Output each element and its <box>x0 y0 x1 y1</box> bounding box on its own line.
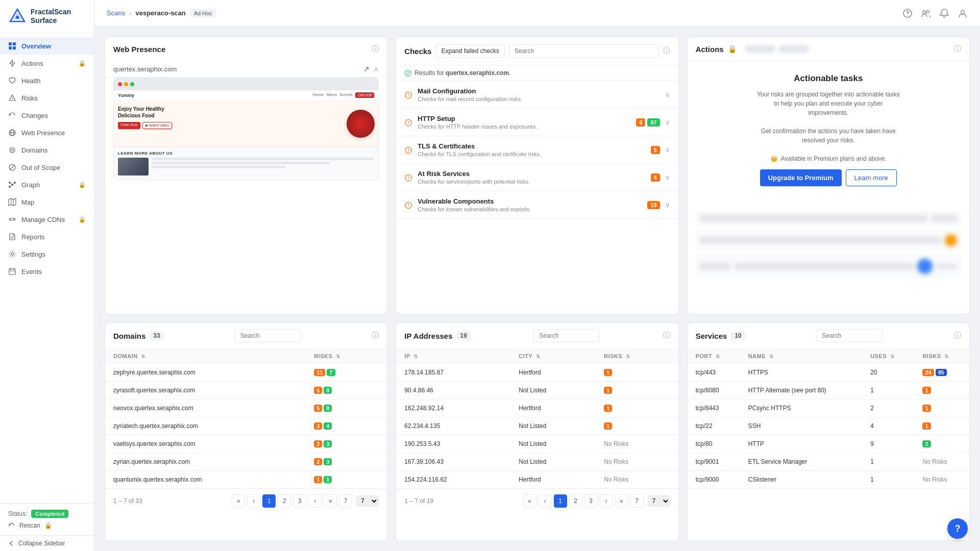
ip-page-prev[interactable]: ‹ <box>538 494 552 508</box>
port-cell[interactable]: tcp/22 <box>688 417 740 435</box>
port-cell[interactable]: tcp/80 <box>688 435 740 453</box>
domains-page-3[interactable]: 3 <box>293 494 306 508</box>
services-col-uses[interactable]: USES ⇅ <box>862 349 914 364</box>
domain-external-link-icon[interactable]: ↗ <box>363 65 370 73</box>
domains-page-next[interactable]: › <box>308 494 322 508</box>
upgrade-premium-button[interactable]: Upgrade to Premium <box>760 169 842 186</box>
ip-col-city[interactable]: CITY ⇅ <box>510 349 596 364</box>
domains-page-2[interactable]: 2 <box>278 494 291 508</box>
sidebar-item-events[interactable]: Events <box>0 263 94 280</box>
sidebar-item-manage-cdns[interactable]: Manage CDNs 🔒 <box>0 211 94 228</box>
ip-info-icon[interactable]: ⓘ <box>663 331 670 340</box>
main-area: Scans › vesperaco-scan Ad Hoc Web Presen… <box>94 0 980 551</box>
uses-cell: 1 <box>862 382 914 399</box>
domain-cell[interactable]: quantumix.quertex.seraphix.com <box>105 471 306 489</box>
ip-search-input[interactable] <box>533 329 600 342</box>
notifications-icon[interactable] <box>939 8 949 18</box>
ip-page-last-num[interactable]: 7 <box>630 494 644 508</box>
ip-page-next[interactable]: › <box>600 494 613 508</box>
checks-info-icon[interactable]: ⓘ <box>663 46 670 56</box>
domains-page-1[interactable]: 1 <box>262 494 276 508</box>
status-label: Status: <box>8 510 27 517</box>
port-cell[interactable]: tcp/8443 <box>688 399 740 417</box>
domains-search-input[interactable] <box>235 329 301 342</box>
learn-more-button[interactable]: Learn more <box>846 169 897 186</box>
blurred-text <box>700 263 730 270</box>
sidebar-item-map[interactable]: Map <box>0 193 94 211</box>
account-icon[interactable] <box>958 8 968 18</box>
check-row-services[interactable]: At Risk Services Checks for services/por… <box>396 164 678 191</box>
ip-page-last[interactable]: » <box>615 494 628 508</box>
ip-cell[interactable]: 62.234.4.135 <box>396 417 510 435</box>
ip-cell[interactable]: 167.39.106.43 <box>396 453 510 471</box>
domains-page-select[interactable]: 7 14 25 <box>356 495 379 507</box>
check-row-mail[interactable]: Mail Configuration Checks for mail recor… <box>396 81 678 109</box>
logo: FractalScan Surface <box>0 0 94 33</box>
ip-cell[interactable]: 90.4.86.46 <box>396 382 510 399</box>
services-col-name[interactable]: NAME ⇅ <box>740 349 863 364</box>
port-cell[interactable]: tcp/9001 <box>688 453 740 471</box>
services-search-input[interactable] <box>816 329 883 342</box>
ip-page-3[interactable]: 3 <box>584 494 598 508</box>
actions-info-icon[interactable]: ⓘ <box>954 44 961 54</box>
sidebar-item-overview[interactable]: Overview <box>0 37 94 55</box>
help-icon[interactable] <box>902 8 913 18</box>
sidebar-item-health[interactable]: Health <box>0 72 94 89</box>
domain-cell[interactable]: zyrian.quertex.seraphix.com <box>105 453 306 471</box>
sidebar-item-settings[interactable]: Settings <box>0 245 94 263</box>
domain-cell[interactable]: zyrasoft.quertex.seraphix.com <box>105 382 306 399</box>
domains-col-domain[interactable]: DOMAIN ⇅ <box>105 349 306 364</box>
sidebar-item-changes[interactable]: Changes <box>0 107 94 124</box>
sidebar-item-graph[interactable]: Graph 🔒 <box>0 176 94 193</box>
ip-col-ip[interactable]: IP ⇅ <box>396 349 510 364</box>
check-row-tls[interactable]: TLS & Certificates Checks for TLS config… <box>396 136 678 164</box>
port-cell[interactable]: tcp/8080 <box>688 382 740 399</box>
services-col-risks[interactable]: RISKS ⇅ <box>914 349 969 364</box>
domains-info-icon[interactable]: ⓘ <box>372 331 379 340</box>
check-row-http[interactable]: HTTP Setup Checks for HTTP header issues… <box>396 109 678 136</box>
domain-chevron-icon[interactable]: ∧ <box>374 65 379 73</box>
sidebar-item-risks[interactable]: Risks <box>0 89 94 107</box>
sidebar-item-out-of-scope[interactable]: Out of Scope <box>0 159 94 176</box>
domain-cell[interactable]: zyriatech.quertex.seraphix.com <box>105 417 306 435</box>
rescan-row[interactable]: Rescan 🔒 <box>8 522 86 529</box>
check-row-vulncomp[interactable]: Vulnerable Components Checks for known v… <box>396 191 678 219</box>
ip-cell[interactable]: 190.253.5.43 <box>396 435 510 453</box>
domain-cell[interactable]: zephyre.quertex.seraphix.com <box>105 364 306 382</box>
domain-cell[interactable]: vaelisys.quertex.seraphix.com <box>105 435 306 453</box>
ip-page-2[interactable]: 2 <box>569 494 582 508</box>
ip-cell[interactable]: 162.248.92.14 <box>396 399 510 417</box>
domains-col-risks[interactable]: RISKS ⇅ <box>306 349 387 364</box>
checks-search-input[interactable] <box>509 44 659 58</box>
sidebar-item-actions[interactable]: Actions 🔒 <box>0 55 94 72</box>
ip-page-1[interactable]: 1 <box>554 494 567 508</box>
ip-page-first[interactable]: « <box>523 494 536 508</box>
port-cell[interactable]: tcp/443 <box>688 364 740 382</box>
services-info-icon[interactable]: ⓘ <box>954 331 961 340</box>
scans-link[interactable]: Scans <box>107 9 125 17</box>
sidebar-item-web-presence[interactable]: Web Presence <box>0 124 94 141</box>
badge-green-97: 97 <box>647 118 659 127</box>
sidebar-item-label: Risks <box>21 94 38 102</box>
services-col-port[interactable]: PORT ⇅ <box>688 349 740 364</box>
sidebar-item-reports[interactable]: Reports <box>0 228 94 245</box>
domains-page-last[interactable]: » <box>324 494 337 508</box>
no-risks-label: No Risks <box>922 458 947 465</box>
web-presence-info-icon[interactable]: ⓘ <box>372 44 379 54</box>
ip-col-risks[interactable]: RISKS ⇅ <box>596 349 678 364</box>
domains-page-first[interactable]: « <box>232 494 245 508</box>
app-name-label: FractalScan Surface <box>31 8 71 25</box>
sidebar-item-domains[interactable]: Domains <box>0 141 94 159</box>
ip-page-select[interactable]: 7 14 25 <box>648 495 670 507</box>
expand-failed-checks-button[interactable]: Expand failed checks <box>436 44 505 58</box>
domain-cell[interactable]: neovox.quertex.seraphix.com <box>105 399 306 417</box>
help-fab-button[interactable]: ? <box>947 518 968 539</box>
collapse-sidebar-button[interactable]: Collapse Sidebar <box>0 535 94 551</box>
ip-cell[interactable]: 154.224.116.62 <box>396 471 510 489</box>
domains-page-last-num[interactable]: 7 <box>339 494 352 508</box>
domains-page-prev[interactable]: ‹ <box>247 494 260 508</box>
ip-cell[interactable]: 178.14.185.87 <box>396 364 510 382</box>
blurred-pill-2 <box>778 45 809 53</box>
port-cell[interactable]: tcp/9000 <box>688 471 740 489</box>
users-icon[interactable] <box>921 8 931 18</box>
